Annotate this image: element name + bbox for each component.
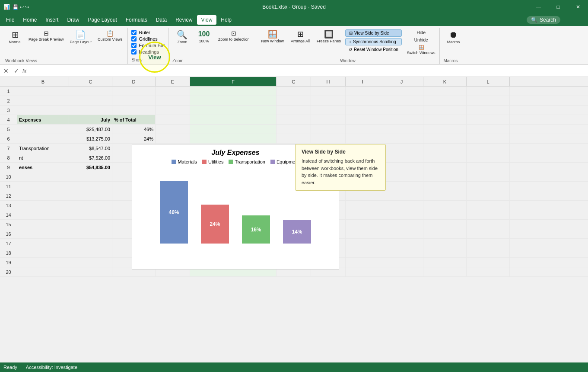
cell-c10[interactable]	[69, 172, 112, 181]
cell-e6[interactable]	[156, 134, 190, 143]
cell-f2[interactable]	[190, 96, 277, 105]
cell-i4[interactable]	[346, 115, 380, 124]
ruler-checkbox[interactable]	[131, 30, 137, 35]
cell-i3[interactable]	[346, 106, 380, 115]
cell-f3[interactable]	[190, 106, 277, 115]
cell-i1[interactable]	[346, 87, 380, 96]
cell-k1[interactable]	[423, 87, 467, 96]
cell-i2[interactable]	[346, 96, 380, 105]
cell-l7[interactable]	[467, 144, 510, 153]
headings-checkbox[interactable]	[131, 49, 137, 55]
cell-b6[interactable]	[17, 134, 69, 143]
confirm-button[interactable]: ✓	[12, 67, 21, 74]
cell-j6[interactable]	[380, 134, 423, 143]
search-box[interactable]: 🔍 Search	[527, 16, 560, 24]
menu-data[interactable]: Data	[152, 15, 171, 25]
formula-bar-checkbox-row[interactable]: Formula Bar	[131, 43, 165, 48]
cancel-button[interactable]: ✕	[2, 67, 10, 74]
cell-d6[interactable]: 24%	[112, 134, 156, 143]
cell-h1[interactable]	[311, 87, 346, 96]
cell-j5[interactable]	[380, 125, 423, 134]
menu-draw[interactable]: Draw	[63, 15, 83, 25]
cell-b2[interactable]	[17, 96, 69, 105]
page-break-button[interactable]: ⊟ Page Break Preview	[26, 29, 67, 43]
cell-g2[interactable]	[277, 96, 311, 105]
col-header-f[interactable]: F	[190, 77, 277, 86]
cell-d1[interactable]	[112, 87, 156, 96]
new-window-button[interactable]: 🪟 New Window	[259, 29, 287, 45]
col-header-h[interactable]: H	[311, 77, 346, 86]
cell-k6[interactable]	[423, 134, 467, 143]
cell-d5[interactable]: 46%	[112, 125, 156, 134]
cell-b3[interactable]	[17, 106, 69, 115]
menu-home[interactable]: Home	[19, 15, 41, 25]
gridlines-checkbox-row[interactable]: Gridlines	[131, 36, 165, 42]
macros-button[interactable]: ⏺ Macros	[443, 29, 463, 46]
cell-l2[interactable]	[467, 96, 510, 105]
cell-b8[interactable]: nt	[17, 153, 69, 162]
cell-c3[interactable]	[69, 106, 112, 115]
switch-windows-button[interactable]: 🪟 Switch Windows	[405, 44, 437, 56]
normal-view-button[interactable]: ⊞ Normal	[5, 29, 25, 46]
cell-d2[interactable]	[112, 96, 156, 105]
cell-d4[interactable]: % of Total	[112, 115, 156, 124]
cell-j3[interactable]	[380, 106, 423, 115]
cell-b9[interactable]: enses	[17, 163, 69, 172]
cell-k8[interactable]	[423, 153, 467, 162]
col-header-l[interactable]: L	[467, 77, 510, 86]
close-button[interactable]: ✕	[568, 0, 588, 14]
ruler-checkbox-row[interactable]: Ruler	[131, 30, 165, 35]
cell-k3[interactable]	[423, 106, 467, 115]
cell-c2[interactable]	[69, 96, 112, 105]
formula-input[interactable]	[28, 68, 586, 74]
cell-g4[interactable]	[277, 115, 311, 124]
cell-l9[interactable]	[467, 163, 510, 172]
arrange-all-button[interactable]: ⊞ Arrange All	[288, 29, 312, 45]
cell-c9[interactable]: $54,835.00	[69, 163, 112, 172]
cell-b1[interactable]	[17, 87, 69, 96]
title-controls[interactable]: — □ ✕	[528, 0, 588, 14]
cell-i5[interactable]	[346, 125, 380, 134]
cell-f5[interactable]	[190, 125, 277, 134]
cell-l6[interactable]	[467, 134, 510, 143]
hide-button[interactable]: Hide	[405, 29, 437, 36]
cell-g6[interactable]	[277, 134, 311, 143]
cell-k4[interactable]	[423, 115, 467, 124]
menu-help[interactable]: Help	[216, 15, 236, 25]
minimize-button[interactable]: —	[528, 0, 548, 14]
col-header-b[interactable]: B	[17, 77, 69, 86]
reset-window-button[interactable]: ↺ Reset Window Position	[345, 46, 402, 53]
cell-l5[interactable]	[467, 125, 510, 134]
menu-view[interactable]: View	[197, 15, 217, 25]
cell-d3[interactable]	[112, 106, 156, 115]
view-side-by-side-button[interactable]: ⊟ View Side by Side	[345, 29, 402, 37]
cell-c5[interactable]: $25,487.00	[69, 125, 112, 134]
cell-j10[interactable]	[380, 172, 423, 181]
zoom-selection-button[interactable]: ⊡ Zoom to Selection	[216, 29, 252, 43]
cell-g3[interactable]	[277, 106, 311, 115]
menu-insert[interactable]: Insert	[41, 15, 63, 25]
cell-h5[interactable]	[311, 125, 346, 134]
cell-b10[interactable]	[17, 172, 69, 181]
cell-e5[interactable]	[156, 125, 190, 134]
cell-g5[interactable]	[277, 125, 311, 134]
col-header-k[interactable]: K	[423, 77, 467, 86]
menu-file[interactable]: File	[2, 15, 19, 25]
cell-e2[interactable]	[156, 96, 190, 105]
cell-l8[interactable]	[467, 153, 510, 162]
cell-e1[interactable]	[156, 87, 190, 96]
cell-j2[interactable]	[380, 96, 423, 105]
page-layout-button[interactable]: 📄 Page Layout	[67, 29, 95, 46]
cell-k5[interactable]	[423, 125, 467, 134]
cell-c8[interactable]: $7,526.00	[69, 153, 112, 162]
cell-k2[interactable]	[423, 96, 467, 105]
col-header-g[interactable]: G	[277, 77, 311, 86]
maximize-button[interactable]: □	[548, 0, 568, 14]
col-header-e[interactable]: E	[156, 77, 190, 86]
cell-g1[interactable]	[277, 87, 311, 96]
zoom-100-button[interactable]: 100 100%	[194, 29, 214, 45]
cell-k7[interactable]	[423, 144, 467, 153]
cell-h6[interactable]	[311, 134, 346, 143]
menu-page-layout[interactable]: Page Layout	[83, 15, 121, 25]
cell-l1[interactable]	[467, 87, 510, 96]
